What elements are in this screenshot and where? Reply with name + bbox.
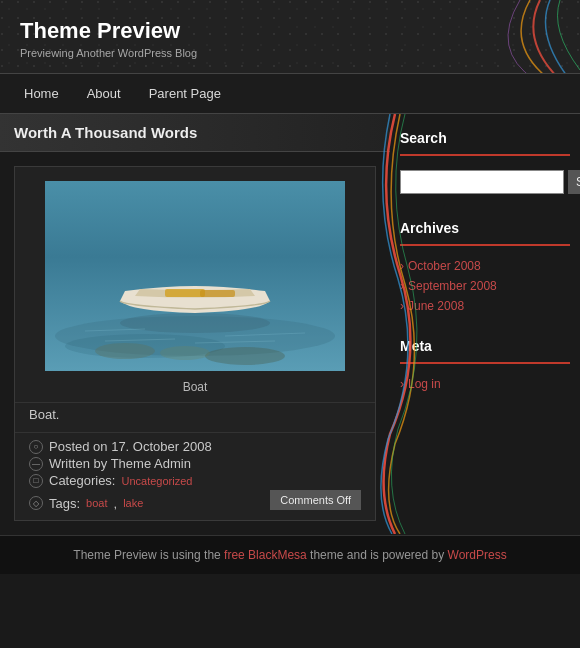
- post-category-line: □ Categories: Uncategorized: [29, 473, 361, 488]
- nav-parent-page[interactable]: Parent Page: [135, 78, 235, 109]
- archive-oct-link[interactable]: October 2008: [408, 259, 481, 273]
- search-widget-title: Search: [400, 124, 570, 156]
- post-image-wrapper: [15, 167, 375, 374]
- sidebar: Search Search Archives October 2008 Sept…: [390, 114, 580, 535]
- svg-point-6: [120, 313, 270, 333]
- nav-about[interactable]: About: [73, 78, 135, 109]
- post-box: Boat Boat. ○ Posted on 17. October 2008 …: [14, 166, 376, 521]
- post-image: [45, 181, 345, 371]
- footer-link-blackmesa[interactable]: free BlackMesa: [224, 548, 307, 562]
- site-subtitle: Previewing Another WordPress Blog: [20, 47, 560, 59]
- list-item: October 2008: [400, 256, 570, 276]
- svg-point-5: [160, 346, 210, 360]
- date-icon: ○: [29, 440, 43, 454]
- svg-point-4: [205, 347, 285, 365]
- tags-line: ◇ Tags: boat , lake: [29, 496, 143, 511]
- nav-home[interactable]: Home: [10, 78, 73, 109]
- category-icon: □: [29, 474, 43, 488]
- tags-label: Tags:: [49, 496, 80, 511]
- post-date-line: ○ Posted on 17. October 2008: [29, 439, 361, 454]
- svg-rect-7: [165, 289, 205, 297]
- post-title: Worth A Thousand Words: [0, 114, 390, 152]
- category-link[interactable]: Uncategorized: [121, 475, 192, 487]
- main-nav: Home About Parent Page: [0, 74, 580, 114]
- archives-widget-title: Archives: [400, 214, 570, 246]
- list-item: September 2008: [400, 276, 570, 296]
- meta-list: Log in: [400, 374, 570, 394]
- meta-widget-title: Meta: [400, 332, 570, 364]
- site-footer: Theme Preview is using the free BlackMes…: [0, 535, 580, 574]
- post-date: Posted on 17. October 2008: [49, 439, 212, 454]
- login-link[interactable]: Log in: [408, 377, 441, 391]
- list-item: June 2008: [400, 296, 570, 316]
- post-author-line: — Written by Theme Admin: [29, 456, 361, 471]
- post-meta-section: ○ Posted on 17. October 2008 — Written b…: [15, 432, 375, 520]
- list-item: Log in: [400, 374, 570, 394]
- archive-sep-link[interactable]: September 2008: [408, 279, 497, 293]
- tag2-link[interactable]: lake: [123, 497, 143, 509]
- meta-widget: Meta Log in: [400, 332, 570, 394]
- archive-jun-link[interactable]: June 2008: [408, 299, 464, 313]
- tags-comments-line: ◇ Tags: boat , lake Comments Off: [29, 490, 361, 516]
- main-layout: Worth A Thousand Words: [0, 114, 580, 535]
- svg-point-3: [95, 343, 155, 359]
- search-widget: Search Search: [400, 124, 570, 198]
- footer-text-middle: theme and is powered by: [307, 548, 448, 562]
- post-image-caption: Boat: [15, 374, 375, 402]
- author-icon: —: [29, 457, 43, 471]
- tags-icon: ◇: [29, 496, 43, 510]
- footer-text-before: Theme Preview is using the: [73, 548, 224, 562]
- footer-link-wordpress[interactable]: WordPress: [448, 548, 507, 562]
- categories-label: Categories:: [49, 473, 115, 488]
- search-button[interactable]: Search: [568, 170, 580, 194]
- archives-widget: Archives October 2008 September 2008 Jun…: [400, 214, 570, 316]
- search-form: Search: [400, 166, 570, 198]
- site-header: Theme Preview Previewing Another WordPre…: [0, 0, 580, 74]
- svg-rect-8: [200, 290, 235, 297]
- archive-list: October 2008 September 2008 June 2008: [400, 256, 570, 316]
- site-title: Theme Preview: [20, 18, 560, 44]
- post-author: Written by Theme Admin: [49, 456, 191, 471]
- tag1-link[interactable]: boat: [86, 497, 107, 509]
- search-input[interactable]: [400, 170, 564, 194]
- post-excerpt: Boat.: [15, 402, 375, 432]
- comments-button[interactable]: Comments Off: [270, 490, 361, 510]
- content-area: Worth A Thousand Words: [0, 114, 390, 535]
